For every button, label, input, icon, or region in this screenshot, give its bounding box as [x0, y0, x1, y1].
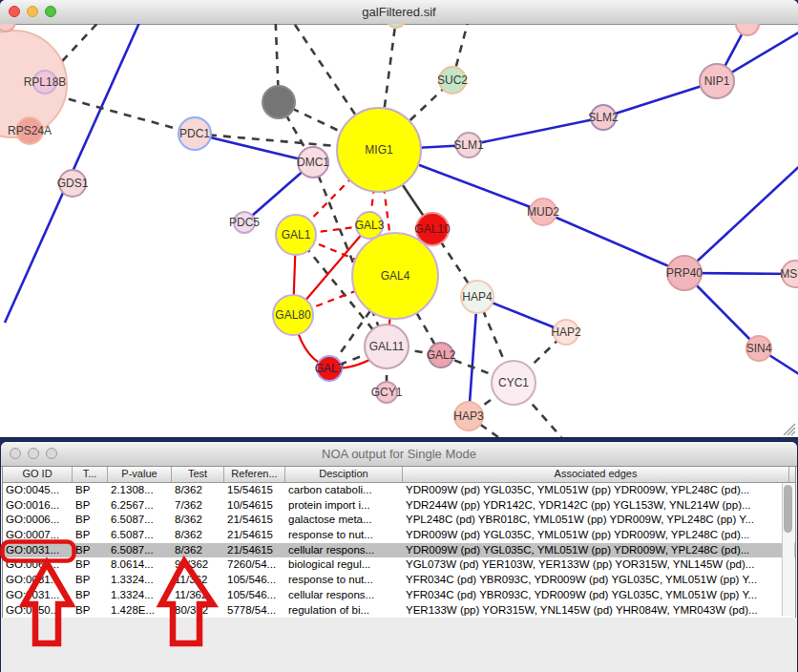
table-row[interactable]: GO:0050...BP1.428E...80/3625778/54...reg… [3, 603, 795, 619]
cell-ref: 105/546... [224, 573, 285, 588]
cell-type: BP [73, 483, 108, 498]
node-GAL2[interactable]: GAL2 [427, 343, 456, 368]
table-row[interactable]: GO:0045...BP2.1308...8/36215/54615carbon… [3, 483, 795, 498]
node-GAL7[interactable]: GAL7 [315, 356, 345, 381]
cell-desc: galactose meta... [285, 513, 403, 528]
node-GDS1[interactable]: GDS1 [57, 170, 89, 197]
cell-type: BP [73, 603, 108, 619]
node-GCY1[interactable]: GCY1 [371, 382, 403, 403]
node-GAL1[interactable]: GAL1 [276, 215, 316, 255]
noa-titlebar[interactable]: NOA output for Single Mode [1, 442, 797, 467]
node-SLM1[interactable]: SLM1 [453, 133, 484, 158]
node-GAL3[interactable]: GAL3 [355, 212, 385, 239]
node-pinkTR[interactable] [736, 24, 759, 35]
node-GAL4[interactable]: GAL4 [352, 233, 438, 319]
node-HAP4[interactable]: HAP4 [461, 281, 494, 313]
close-button[interactable] [10, 448, 21, 459]
cell-edges: YDR009W (pd) YGL035C, YML051W (pp) YDR00… [403, 483, 789, 498]
zoom-button[interactable] [46, 448, 57, 459]
network-titlebar[interactable]: galFiltered.sif [0, 0, 798, 25]
column-header-p[interactable]: P-value [108, 467, 172, 482]
cell-edges: YFR034C (pd) YBR093C, YDR009W (pd) YGL03… [403, 588, 789, 603]
node-label: PDC5 [229, 216, 260, 229]
cell-edges: YDR009W (pd) YGL035C, YML051W (pp) YDR00… [403, 528, 789, 543]
node-label: DMC1 [297, 156, 329, 169]
node-HAP3[interactable]: HAP3 [453, 402, 484, 430]
cell-p: 6.5087... [108, 528, 172, 543]
node-PDC5[interactable]: PDC5 [229, 212, 260, 233]
node-label: GAL11 [369, 340, 405, 353]
cell-test: 8/362 [172, 543, 224, 558]
network-edge[interactable] [469, 297, 477, 416]
node-CYC1[interactable]: CYC1 [492, 361, 536, 405]
cell-p: 2.1308... [108, 483, 172, 498]
node-NIP1[interactable]: NIP1 [700, 64, 734, 98]
table-row[interactable]: GO:0031...BP1.3324...11/362105/546...res… [3, 573, 795, 588]
network-window-title: galFiltered.sif [362, 5, 435, 19]
node-SUC2[interactable]: SUC2 [437, 67, 468, 94]
scrollbar-thumb[interactable] [784, 485, 792, 533]
close-button[interactable] [9, 6, 20, 17]
cell-test: 8/362 [172, 483, 224, 498]
network-canvas[interactable]: RPL18BRPS24AGDS1PDC1DMC1MIG1SUC2SLM1SLM2… [0, 24, 798, 437]
cell-ref: 5778/54... [224, 603, 285, 619]
minimize-button[interactable] [28, 448, 39, 459]
cell-edges: YPL248C (pd) YBR018C, YML051W (pp) YDR00… [403, 513, 789, 528]
cell-ref: 21/54615 [224, 543, 285, 558]
node-SLM2[interactable]: SLM2 [588, 105, 619, 130]
node-label: RPL18B [24, 75, 67, 89]
table-row[interactable]: GO:0031...BP1.3324...11/362105/546...cel… [3, 588, 795, 603]
vertical-scrollbar[interactable] [782, 483, 794, 616]
cell-go: GO:0065... [3, 557, 73, 573]
node-label: MUD2 [527, 205, 559, 219]
node-label: SLM1 [453, 138, 484, 152]
table-row[interactable]: GO:0031...BP6.5087...8/36221/54615cellul… [3, 543, 795, 558]
node-label: SUC2 [437, 74, 468, 87]
node-greenTop[interactable] [387, 24, 406, 28]
node-MSL1[interactable]: MSL1 [780, 261, 798, 287]
column-header-go[interactable]: GO ID [3, 467, 73, 482]
network-edge[interactable] [543, 212, 684, 273]
noa-window-title: NOA output for Single Mode [322, 447, 476, 461]
column-header-edges[interactable]: Associated edges [403, 467, 789, 482]
node-GAL11[interactable]: GAL11 [365, 325, 409, 368]
network-edge[interactable] [684, 162, 798, 273]
cell-type: BP [73, 557, 108, 573]
column-header-ref[interactable]: Referen... [224, 467, 285, 482]
column-header-desc[interactable]: Desciption [285, 467, 403, 482]
cell-ref: 105/546... [224, 588, 285, 603]
node-MUD2[interactable]: MUD2 [527, 199, 559, 225]
cell-type: BP [73, 588, 108, 603]
node-label: HAP3 [453, 410, 484, 423]
table-row[interactable]: GO:0065...BP8.0614...94/3627260/54...bio… [3, 557, 795, 573]
node-PRP40[interactable]: PRP40 [666, 256, 703, 290]
column-header-test[interactable]: Test [172, 467, 224, 482]
zoom-button[interactable] [45, 6, 56, 17]
node-SIN4[interactable]: SIN4 [746, 336, 772, 361]
table-row[interactable]: GO:0007...BP6.5087...8/36221/54615respon… [3, 528, 795, 543]
table-row[interactable]: GO:0006...BP6.5087...8/36221/54615galact… [3, 513, 795, 528]
node-DMC1[interactable]: DMC1 [297, 147, 329, 178]
cell-p: 8.0614... [108, 557, 172, 573]
minimize-button[interactable] [27, 6, 38, 17]
node-label: MSL1 [780, 267, 798, 281]
table-row[interactable]: GO:0016...BP6.2567...7/36210/54615protei… [3, 498, 795, 514]
cell-go: GO:0045... [3, 483, 73, 498]
cell-desc: cellular respons... [285, 588, 403, 603]
node-grayNode[interactable] [262, 86, 295, 118]
cell-test: 94/362 [172, 557, 224, 573]
cell-type: BP [73, 498, 108, 514]
cell-desc: response to nut... [285, 573, 403, 588]
resize-grip-icon[interactable] [778, 421, 797, 436]
column-header-type[interactable]: T... [73, 467, 108, 482]
cell-p: 1.3324... [108, 588, 172, 603]
node-PDC1[interactable]: PDC1 [178, 117, 211, 150]
cell-ref: 15/54615 [224, 483, 285, 498]
cell-p: 6.2567... [108, 498, 172, 514]
node-MIG1[interactable]: MIG1 [337, 108, 421, 192]
node-GAL80[interactable]: GAL80 [273, 295, 313, 335]
cell-edges: YFR034C (pd) YBR093C, YDR009W (pd) YGL03… [403, 573, 789, 588]
network-edge[interactable] [469, 117, 603, 145]
cell-p: 6.5087... [108, 513, 172, 528]
cell-go: GO:0006... [3, 513, 73, 528]
